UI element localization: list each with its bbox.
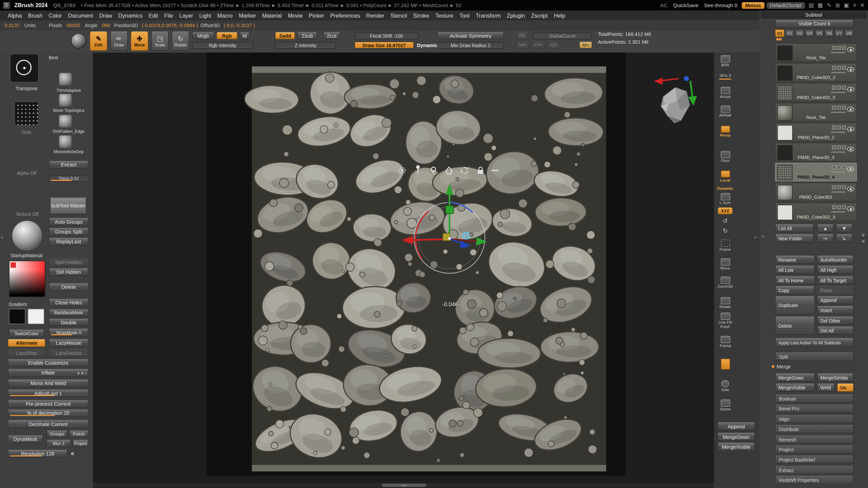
- symmetry-z-button[interactable]: >Z<: [547, 41, 560, 48]
- dynamic-label[interactable]: Dynamic: [417, 43, 437, 48]
- move-into-folder-icon[interactable]: ↳: [836, 234, 852, 242]
- distribute-section-header[interactable]: Distribute: [775, 425, 854, 433]
- radial-r-button[interactable]: (R): [516, 32, 528, 39]
- radial-count-slider[interactable]: RadialCount: [533, 32, 592, 39]
- frame-button[interactable]: Frame: [714, 240, 736, 252]
- menu-item[interactable]: Preferences: [330, 13, 360, 19]
- main-color-swatch[interactable]: [9, 309, 25, 324]
- insert-button[interactable]: Insert: [817, 306, 854, 314]
- activate-symmetry-button[interactable]: Activate Symmetry: [437, 32, 504, 39]
- dynamic-persp-toggle[interactable]: Dynamic: [714, 186, 736, 191]
- polypaint-icon[interactable]: [832, 106, 836, 109]
- layout-grid-icon[interactable]: ▤: [809, 2, 814, 8]
- menu-item[interactable]: Document: [68, 13, 93, 19]
- min-draw-radius-slider[interactable]: Min Draw Radius 2: [437, 41, 504, 48]
- project-section-header[interactable]: Project: [775, 445, 854, 453]
- current-color-swatch[interactable]: [10, 262, 17, 268]
- panel-icon[interactable]: ▣: [844, 2, 849, 8]
- mirror-and-weld-button[interactable]: Mirror And Weld: [8, 380, 88, 387]
- menu-item[interactable]: Render: [366, 13, 384, 19]
- subtool-opacity-slider[interactable]: [831, 191, 845, 192]
- symmetry-y-button[interactable]: >Y<: [531, 41, 545, 48]
- visibility-eye-icon[interactable]: [847, 67, 854, 72]
- symmetry-x-button[interactable]: >X<: [516, 41, 529, 48]
- panel-scroll-down-icon[interactable]: ▼: [860, 239, 866, 244]
- menu-item[interactable]: Layer: [179, 13, 193, 19]
- lazy-mouse-button[interactable]: LazyMouse: [49, 339, 89, 347]
- tray-collapse-handle[interactable]: «: [1, 235, 3, 240]
- spin-cw-icon[interactable]: ↻: [714, 227, 736, 234]
- subtool-version-tab[interactable]: V6: [825, 29, 834, 37]
- uvmap-icon[interactable]: [837, 185, 841, 189]
- switch-color-button[interactable]: SwitchColor: [9, 330, 44, 338]
- visibility-eye-icon[interactable]: [847, 166, 854, 171]
- persp-button[interactable]: Persp: [714, 126, 736, 138]
- menu-item[interactable]: Draw: [99, 13, 112, 19]
- rgb-button[interactable]: Rgb: [216, 32, 237, 39]
- menu-item[interactable]: Edit: [149, 13, 158, 19]
- duplicate-button[interactable]: Duplicate: [775, 296, 815, 314]
- displacement-icon[interactable]: [842, 106, 846, 109]
- subtool-item[interactable]: PM3D_Plane3D_2: [775, 123, 857, 142]
- brush-preset-thumbnail[interactable]: [59, 135, 72, 148]
- bevel-pro-section-header[interactable]: Bevel Pro: [775, 404, 854, 412]
- zadd-button[interactable]: Zadd: [275, 32, 295, 39]
- menu-item[interactable]: Material: [262, 13, 282, 19]
- auto-groups-button[interactable]: Auto Groups: [49, 218, 89, 226]
- visible-count-slider[interactable]: Visible Count 9: [775, 20, 854, 28]
- enable-customize-button[interactable]: Enable Customize: [8, 359, 88, 367]
- subtool-version-tab[interactable]: V3: [795, 29, 804, 37]
- rotate-view-button[interactable]: Rotate: [714, 297, 736, 309]
- secondary-color-swatch[interactable]: [28, 309, 44, 324]
- brush-preset-thumbnail[interactable]: [59, 115, 72, 128]
- polypaint-icon[interactable]: [832, 126, 836, 129]
- append-button[interactable]: Append: [817, 296, 854, 304]
- displacement-icon[interactable]: [842, 185, 846, 189]
- uvmap-icon[interactable]: [837, 86, 841, 89]
- subtool-master-button[interactable]: SubTool Master: [50, 198, 86, 214]
- horizontal-scrollbar[interactable]: ◂▸: [93, 483, 714, 487]
- replay-last-button[interactable]: ReplayLast: [49, 238, 89, 246]
- backface-mask-button[interactable]: BackfaceMask: [49, 309, 89, 317]
- spix-slider[interactable]: SPix 3: [714, 74, 736, 80]
- polypaint-icon[interactable]: [832, 165, 836, 169]
- weld-button[interactable]: Weld: [817, 383, 835, 391]
- del-other-button[interactable]: Del Other: [817, 317, 854, 325]
- spin-ccw-icon[interactable]: ↺: [714, 218, 736, 224]
- symmetry-m-button[interactable]: M<: [579, 41, 592, 48]
- split-section-header[interactable]: Split: [775, 352, 854, 361]
- visibility-eye-icon[interactable]: [847, 206, 854, 211]
- brush-thumbnail[interactable]: [10, 54, 39, 82]
- subtool-version-tab[interactable]: V8: [844, 29, 854, 37]
- brush-preset-name[interactable]: TrimAdaptive: [46, 88, 91, 93]
- thick-slider[interactable]: Thick 0.02: [49, 175, 89, 182]
- resolution-curve-dot[interactable]: [70, 451, 75, 456]
- polypaint-icon[interactable]: [832, 86, 836, 89]
- apply-last-action-button[interactable]: Apply Last Action To All Subtools: [775, 338, 854, 347]
- panel-title[interactable]: Subtool: [761, 11, 867, 19]
- displacement-icon[interactable]: [842, 126, 846, 129]
- quicksave-button[interactable]: QuickSave: [673, 2, 698, 8]
- subtool-down-button[interactable]: ▼: [836, 224, 852, 232]
- menu-item[interactable]: Movie: [288, 13, 303, 19]
- subtool-version-tab[interactable]: V4: [805, 29, 814, 37]
- floor-button[interactable]: Floor: [714, 151, 736, 163]
- menus-button[interactable]: Menus: [742, 2, 764, 9]
- subtool-item[interactable]: PM3D_Cube3D2_3: [775, 203, 857, 222]
- subtool-version-tab[interactable]: V7: [834, 29, 844, 37]
- uvmap-icon[interactable]: [837, 205, 841, 209]
- resolution-slider[interactable]: Resolution 128: [8, 450, 67, 458]
- menu-item[interactable]: Zscript: [531, 13, 548, 19]
- decimation-percent-slider[interactable]: % of decimation 20: [8, 409, 88, 417]
- brush-preset-name[interactable]: Move Topologica: [46, 108, 91, 113]
- menu-item[interactable]: Brush: [28, 13, 43, 19]
- groups-split-button[interactable]: Groups Split: [49, 228, 89, 236]
- subtool-opacity-slider[interactable]: [831, 72, 845, 73]
- menu-icon[interactable]: ≡: [853, 2, 856, 8]
- lsym-button[interactable]: L.Sym: [714, 193, 736, 205]
- scroll-right-icon[interactable]: ▸: [405, 484, 406, 487]
- dock-collapse-handle[interactable]: «: [762, 234, 765, 239]
- menu-item[interactable]: Macro: [217, 13, 233, 19]
- displacement-icon[interactable]: [842, 165, 846, 169]
- see-through-slider[interactable]: See-through 0: [704, 2, 737, 8]
